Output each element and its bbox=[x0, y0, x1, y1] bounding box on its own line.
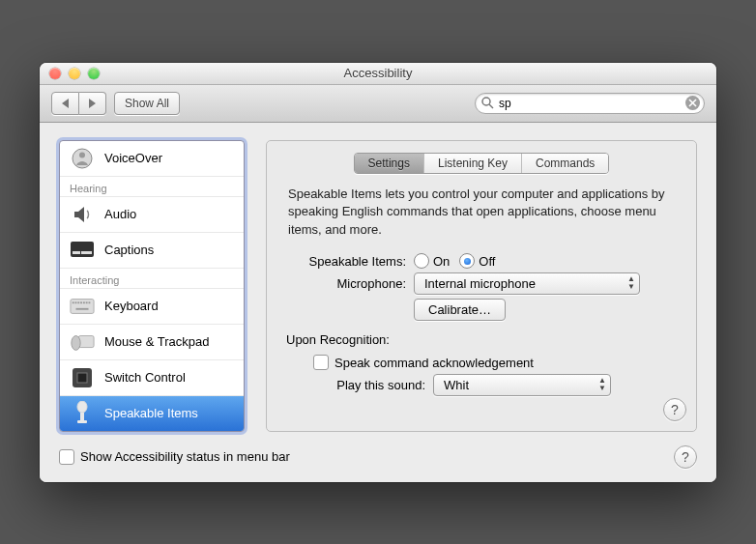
accessibility-window: Accessibility Show All bbox=[40, 63, 716, 482]
mouse-trackpad-icon bbox=[70, 330, 95, 354]
svg-point-19 bbox=[72, 335, 80, 350]
sidebar-item-label: Speakable Items bbox=[104, 406, 198, 420]
sidebar-item-speakable-items[interactable]: Speakable Items bbox=[60, 395, 244, 431]
zoom-window-button[interactable] bbox=[88, 68, 100, 79]
window-help-button[interactable]: ? bbox=[674, 445, 697, 469]
svg-rect-21 bbox=[77, 373, 87, 383]
content-area: VoiceOver Hearing Audio Captions Interac… bbox=[40, 123, 716, 482]
menubar-status-checkbox[interactable] bbox=[59, 449, 74, 465]
chevron-right-icon bbox=[89, 99, 96, 108]
sidebar-group-interacting: Interacting bbox=[60, 268, 244, 288]
svg-rect-8 bbox=[81, 251, 92, 254]
svg-rect-17 bbox=[76, 307, 89, 309]
search-field-wrap bbox=[475, 93, 705, 114]
settings-panel: Settings Listening Key Commands Speakabl… bbox=[266, 140, 697, 432]
captions-icon bbox=[70, 239, 95, 262]
tab-commands[interactable]: Commands bbox=[521, 154, 608, 173]
forward-button[interactable] bbox=[79, 92, 106, 115]
svg-rect-13 bbox=[80, 301, 82, 303]
back-button[interactable] bbox=[51, 92, 79, 115]
popup-value: Internal microphone bbox=[424, 276, 536, 291]
sidebar-item-label: Switch Control bbox=[104, 370, 186, 385]
svg-point-22 bbox=[77, 401, 87, 413]
sidebar-item-label: Keyboard bbox=[104, 299, 159, 313]
svg-line-1 bbox=[489, 104, 493, 108]
svg-rect-11 bbox=[75, 301, 77, 303]
footer: Show Accessibility status in menu bar ? bbox=[59, 445, 697, 469]
close-window-button[interactable] bbox=[49, 68, 61, 79]
toolbar: Show All bbox=[40, 85, 716, 123]
svg-rect-18 bbox=[78, 335, 94, 347]
sidebar-item-switch-control[interactable]: Switch Control bbox=[60, 359, 244, 395]
stepper-arrows-icon: ▲▼ bbox=[627, 275, 635, 291]
sidebar-item-label: VoiceOver bbox=[104, 151, 162, 165]
svg-rect-23 bbox=[80, 413, 84, 420]
speaker-icon bbox=[70, 203, 95, 226]
stepper-arrows-icon: ▲▼ bbox=[598, 377, 606, 392]
panel-description: Speakable Items lets you control your co… bbox=[280, 182, 683, 250]
sidebar-item-voiceover[interactable]: VoiceOver bbox=[60, 141, 244, 176]
sidebar-item-label: Captions bbox=[104, 243, 154, 257]
search-icon bbox=[481, 97, 494, 109]
play-sound-popup[interactable]: Whit ▲▼ bbox=[433, 374, 611, 396]
voiceover-icon bbox=[70, 147, 95, 170]
window-title: Accessibility bbox=[40, 66, 716, 80]
speak-ack-checkbox[interactable] bbox=[313, 355, 329, 370]
panel-help-button[interactable]: ? bbox=[663, 398, 686, 421]
menubar-status-label: Show Accessibility status in menu bar bbox=[80, 449, 290, 464]
keyboard-icon bbox=[70, 295, 95, 318]
minimize-window-button[interactable] bbox=[69, 68, 80, 79]
row-play-sound: Play this sound: Whit ▲▼ bbox=[280, 374, 683, 396]
sidebar-item-captions[interactable]: Captions bbox=[60, 232, 244, 268]
sidebar-item-keyboard[interactable]: Keyboard bbox=[60, 288, 244, 324]
nav-buttons bbox=[51, 92, 106, 115]
sidebar-group-hearing: Hearing bbox=[60, 176, 244, 196]
tab-listening-key[interactable]: Listening Key bbox=[423, 154, 521, 173]
popup-value: Whit bbox=[444, 378, 469, 392]
category-sidebar: VoiceOver Hearing Audio Captions Interac… bbox=[59, 140, 245, 432]
microphone-icon bbox=[70, 402, 95, 425]
row-microphone: Microphone: Internal microphone ▲▼ bbox=[280, 272, 683, 295]
svg-rect-12 bbox=[77, 301, 79, 303]
svg-rect-15 bbox=[86, 301, 88, 303]
titlebar: Accessibility bbox=[40, 63, 716, 85]
radio-speakable-on[interactable]: On bbox=[414, 253, 450, 269]
radio-label: On bbox=[433, 254, 450, 269]
radio-label: Off bbox=[479, 254, 495, 269]
row-speak-ack: Speak command acknowledgement bbox=[280, 355, 683, 370]
svg-rect-6 bbox=[71, 242, 94, 257]
recognition-header: Upon Recognition: bbox=[280, 325, 683, 351]
label-microphone: Microphone: bbox=[280, 276, 414, 291]
clear-search-button[interactable] bbox=[685, 96, 700, 110]
tab-bar: Settings Listening Key Commands bbox=[280, 153, 683, 174]
search-input[interactable] bbox=[475, 93, 705, 114]
svg-point-0 bbox=[482, 98, 490, 105]
svg-rect-10 bbox=[73, 301, 74, 303]
label-speakable-items: Speakable Items: bbox=[280, 254, 414, 269]
label-play-sound: Play this sound: bbox=[280, 378, 433, 392]
tab-settings[interactable]: Settings bbox=[355, 154, 423, 173]
show-all-button[interactable]: Show All bbox=[114, 92, 180, 115]
row-speakable-items: Speakable Items: On Off bbox=[280, 253, 683, 269]
window-controls bbox=[40, 68, 100, 79]
svg-rect-9 bbox=[71, 299, 94, 313]
radio-speakable-off[interactable]: Off bbox=[459, 253, 495, 269]
speak-ack-label: Speak command acknowledgement bbox=[334, 356, 534, 370]
sidebar-item-audio[interactable]: Audio bbox=[60, 196, 244, 232]
calibrate-button[interactable]: Calibrate… bbox=[414, 299, 506, 321]
sidebar-item-label: Audio bbox=[104, 207, 136, 221]
microphone-popup[interactable]: Internal microphone ▲▼ bbox=[414, 272, 640, 295]
row-calibrate: Calibrate… bbox=[280, 299, 683, 321]
svg-rect-16 bbox=[89, 301, 91, 303]
svg-rect-7 bbox=[73, 251, 80, 254]
svg-point-5 bbox=[79, 152, 85, 157]
svg-rect-14 bbox=[83, 301, 85, 303]
svg-rect-24 bbox=[77, 420, 87, 423]
sidebar-item-label: Mouse & Trackpad bbox=[104, 334, 209, 349]
sidebar-item-mouse-trackpad[interactable]: Mouse & Trackpad bbox=[60, 324, 244, 359]
switch-control-icon bbox=[70, 366, 95, 389]
chevron-left-icon bbox=[62, 99, 69, 108]
